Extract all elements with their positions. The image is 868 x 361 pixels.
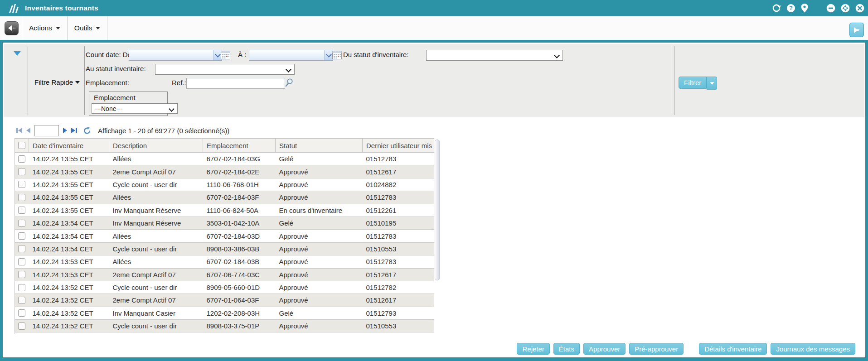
cell-statut: Approuvé	[276, 178, 363, 191]
date-to-combobox[interactable]	[249, 50, 333, 61]
calendar-icon[interactable]	[221, 50, 230, 59]
row-checkbox[interactable]	[18, 194, 25, 201]
vertical-scrollbar[interactable]	[435, 140, 440, 280]
table-row[interactable]: 14.02.24 13:53 CET2eme Compt Actif 07670…	[15, 268, 435, 281]
menu-actions[interactable]: Actions	[22, 16, 67, 40]
last-page-icon[interactable]	[71, 128, 77, 133]
column-header-2[interactable]: Description	[109, 139, 203, 153]
filtrer-dropdown-button[interactable]	[707, 77, 717, 90]
cell-statut: Approuvé	[276, 294, 363, 307]
cell-emplacement: 6707-06-774-03C	[203, 268, 276, 281]
table-row[interactable]: 14.02.24 13:55 CETAllées6707-02-184-03GG…	[15, 153, 435, 165]
row-checkbox[interactable]	[18, 297, 25, 304]
cell-emplacement: 6707-02-184-03B	[203, 255, 276, 268]
search-icon[interactable]	[285, 78, 294, 87]
select-all-checkbox[interactable]	[18, 142, 25, 149]
date-from-combobox[interactable]	[129, 50, 222, 61]
table-row[interactable]: 14.02.24 13:54 CETCycle count - user dir…	[15, 242, 435, 255]
close-icon[interactable]	[855, 4, 864, 13]
cell-statut: Approuvé	[276, 268, 363, 281]
row-checkbox[interactable]	[18, 245, 25, 252]
row-checkbox[interactable]	[18, 207, 25, 214]
table-row[interactable]: 14.02.24 13:55 CETAllées6707-02-184-03FA…	[15, 191, 435, 204]
count-date-label: Count date: De:	[86, 50, 133, 60]
cell-statut: Approuvé	[276, 281, 363, 294]
location-pin-icon[interactable]	[801, 4, 808, 13]
table-row[interactable]: 14.02.24 13:52 CETCycle count - user dir…	[15, 281, 435, 294]
cell-user: 01512261	[363, 332, 435, 334]
row-checkbox[interactable]	[18, 220, 25, 227]
next-page-icon[interactable]	[63, 128, 67, 133]
row-checkbox[interactable]	[18, 309, 25, 317]
row-checkbox[interactable]	[18, 322, 25, 330]
from-status-select[interactable]	[426, 50, 563, 61]
chevron-down-icon	[169, 106, 175, 112]
chevron-down-icon	[96, 27, 100, 29]
previous-page-icon[interactable]	[26, 128, 30, 133]
ref-input[interactable]	[186, 78, 285, 89]
minimize-icon[interactable]	[826, 4, 835, 13]
cell-user: 01512783	[363, 255, 435, 268]
back-button[interactable]	[5, 21, 19, 35]
window-frame	[0, 40, 3, 361]
cell-date: 14.02.24 13:54 CET	[29, 230, 109, 242]
quick-filter-dropdown[interactable]: Filtre Rapide	[34, 78, 80, 86]
cell-description: Inv Manquant Réserve	[109, 217, 203, 229]
menu-outils-label: Outils	[74, 24, 92, 32]
inventory-table: Date d'inventaireDescriptionEmplacementS…	[15, 138, 434, 334]
table-row[interactable]: 14.02.24 13:52 CET2eme Compt Actif 07670…	[15, 294, 435, 307]
table-row[interactable]: 14.02.24 13:52 CETCycle count - user dir…	[15, 320, 435, 332]
row-checkbox[interactable]	[18, 168, 25, 175]
table-row[interactable]: 14.02.24 13:55 CET2eme Compt Actif 07670…	[15, 165, 435, 178]
collapse-panel-icon[interactable]	[14, 51, 21, 56]
column-header-5[interactable]: Dernier utilisateur mis à jour	[363, 139, 435, 153]
chevron-down-icon	[215, 52, 221, 58]
etats-button[interactable]: États	[553, 343, 580, 355]
table-row[interactable]: 14.02.24 13:55 CETCycle count - user dir…	[15, 178, 435, 191]
pre-approuver-button[interactable]: Pré-approuver	[629, 343, 684, 355]
page-number-input[interactable]	[34, 125, 59, 136]
to-status-select[interactable]	[155, 64, 295, 75]
column-header-1[interactable]: Date d'inventaire	[29, 139, 109, 153]
filtrer-button[interactable]: Filtrer	[679, 77, 707, 89]
table-row[interactable]: 14.02.24 13:52 CETInv Manquant Casier120…	[15, 307, 435, 319]
cell-statut: Approuvé	[276, 165, 363, 178]
table-row[interactable]: 14.02.24 13:55 CETInv Manquant Réserve11…	[15, 204, 435, 217]
emplacement-label: Emplacement:	[86, 78, 129, 88]
table-row[interactable]: 14.02.24 13:54 CETAllées6707-02-184-03DA…	[15, 230, 435, 242]
cell-statut: En cours d'inventaire	[276, 204, 363, 217]
emplacement-group-box: Emplacement ---None---	[89, 91, 168, 116]
row-checkbox[interactable]	[18, 155, 25, 163]
journaux-messages-button[interactable]: Journaux des messages	[771, 343, 855, 355]
help-icon[interactable]: ?	[786, 4, 795, 13]
row-checkbox[interactable]	[18, 284, 25, 291]
cell-description: Cycle count - user dir	[109, 242, 203, 255]
first-page-icon[interactable]	[16, 128, 22, 133]
details-inventaire-button[interactable]: Détails d'inventaire	[699, 343, 767, 355]
emplacement-select[interactable]: ---None---	[92, 103, 178, 114]
cell-emplacement: 6707-02-184-03G	[203, 153, 276, 165]
row-checkbox[interactable]	[18, 181, 25, 188]
cell-description: Allées	[109, 255, 203, 268]
column-header-3[interactable]: Emplacement	[203, 139, 276, 153]
row-checkbox[interactable]	[18, 258, 25, 265]
calendar-icon[interactable]	[332, 50, 342, 59]
approuver-button[interactable]: Approuver	[583, 343, 626, 355]
refresh-icon[interactable]	[772, 4, 781, 13]
table-row[interactable]: 14.02.24 13:54 CETInv Manquant Réserve35…	[15, 217, 435, 229]
page-title: Inventaires tournants	[25, 4, 98, 12]
row-checkbox[interactable]	[18, 232, 25, 240]
filter-toggle-button[interactable]	[849, 23, 864, 37]
cell-statut: Gelé	[276, 307, 363, 319]
row-checkbox[interactable]	[18, 271, 25, 278]
column-header-4[interactable]: Statut	[276, 139, 363, 153]
menu-outils[interactable]: Outils	[68, 16, 107, 40]
restore-icon[interactable]	[841, 4, 850, 13]
cell-description: Cycle count - user dir	[109, 320, 203, 332]
table-row[interactable]: 14.02.24 13:51 CETInv Manquant Réserve11…	[15, 332, 435, 334]
table-row[interactable]: 14.02.24 13:53 CETAllées6707-02-184-03BA…	[15, 255, 435, 268]
rejeter-button[interactable]: Rejeter	[517, 343, 549, 355]
cell-emplacement: 8908-03-375-01P	[203, 320, 276, 332]
refresh-icon[interactable]	[83, 126, 92, 135]
date-to-label: À :	[238, 50, 246, 60]
